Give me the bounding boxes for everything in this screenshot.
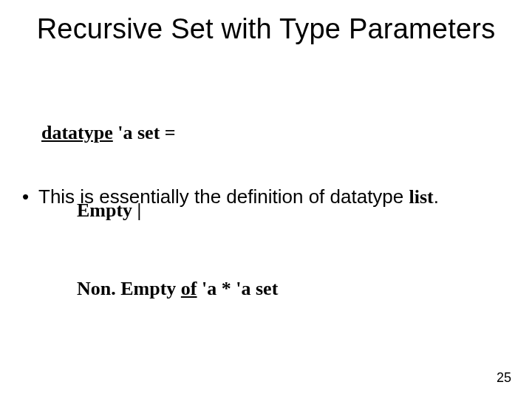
- slide: Recursive Set with Type Parameters datat…: [0, 0, 532, 399]
- keyword-of: of: [181, 278, 197, 299]
- bullet-marker: •: [22, 185, 38, 210]
- keyword-datatype: datatype: [41, 122, 113, 143]
- bullet-list-word: list: [409, 186, 434, 208]
- code-line-3: Non. Empty of 'a * 'a set: [41, 276, 278, 301]
- bullet-text-pre: This is essentially the definition of da…: [38, 185, 409, 208]
- bullet-text-post: .: [434, 185, 439, 208]
- slide-title: Recursive Set with Type Parameters: [0, 13, 532, 45]
- code-line-3-post: 'a * 'a set: [197, 278, 279, 299]
- code-line-1: datatype 'a set =: [41, 120, 278, 146]
- bullet-item: •This is essentially the definition of d…: [22, 185, 439, 210]
- code-line-1-rest: 'a set =: [113, 122, 176, 143]
- code-block: datatype 'a set = Empty | Non. Empty of …: [41, 68, 278, 353]
- code-line-3-pre: Non. Empty: [77, 278, 181, 299]
- page-number: 25: [497, 370, 511, 386]
